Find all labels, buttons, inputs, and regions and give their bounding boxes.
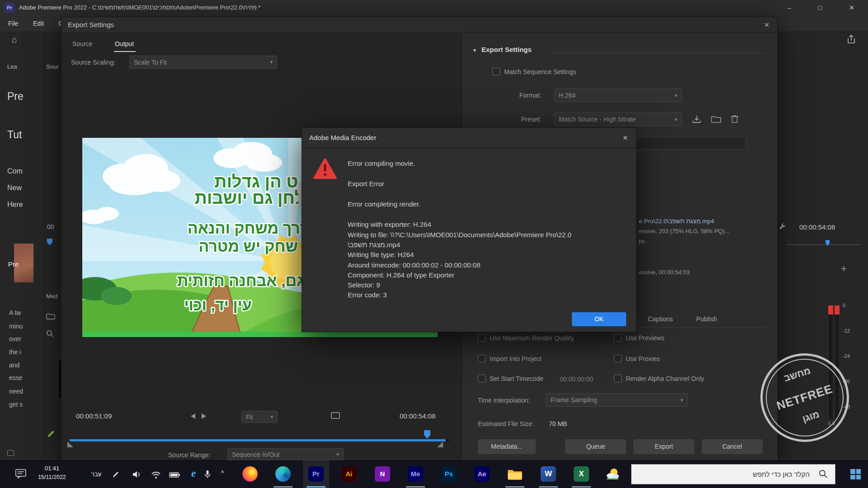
time-interpolation-select[interactable]: Frame Sampling ▾ <box>546 393 688 407</box>
battery-icon[interactable] <box>169 472 180 480</box>
range-handle-left[interactable] <box>67 441 73 447</box>
checkbox-box[interactable] <box>478 375 486 382</box>
tab-media-browser[interactable]: Med <box>46 293 57 300</box>
share-export-icon[interactable] <box>846 34 856 46</box>
panel-icon[interactable] <box>7 450 14 456</box>
checkbox-box[interactable] <box>614 375 622 382</box>
taskbar-word-icon[interactable]: W <box>541 466 556 482</box>
learn-heading: Pre <box>7 90 24 103</box>
fit-select[interactable]: Fit ▾ <box>241 411 278 423</box>
error-detail-line: \מצגת תשפב.mp4 <box>348 241 400 249</box>
taskbar-excel-icon[interactable]: X <box>574 466 589 482</box>
set-start-timecode-checkbox[interactable]: Set Start Timecode <box>478 375 543 382</box>
match-sequence-checkbox[interactable]: Match Sequence Settings <box>492 68 576 75</box>
running-indicator-word <box>539 486 558 488</box>
delete-preset-icon[interactable] <box>731 114 739 125</box>
chevron-down-icon: ▾ <box>675 93 677 99</box>
max-render-quality-checkbox[interactable]: Use Maximum Render Quality <box>478 334 574 342</box>
preset-select[interactable]: Match Source - High bitrate ▾ <box>554 113 682 126</box>
time-interpolation-label: Time Interpolation: <box>478 397 530 404</box>
taskbar-after-effects-icon[interactable]: Ae <box>474 466 490 482</box>
pencil-icon[interactable] <box>47 429 56 440</box>
checkbox-box[interactable] <box>614 355 622 362</box>
cancel-button[interactable]: Cancel <box>702 439 763 454</box>
learn-list-item[interactable]: Com <box>7 167 23 175</box>
import-into-project-checkbox[interactable]: Import Into Project <box>478 355 541 362</box>
estimated-size-label: Estimated File Size: <box>478 420 534 427</box>
checkbox-box[interactable] <box>478 355 486 362</box>
folder-icon[interactable] <box>46 313 55 322</box>
taskbar-search-input[interactable]: הקלד כאן כדי לחפש <box>631 464 835 484</box>
learn-list-item[interactable]: Here <box>7 201 23 209</box>
pen-icon[interactable] <box>112 470 120 480</box>
language-indicator[interactable]: עבר <box>86 460 107 488</box>
queue-button[interactable]: Queue <box>565 439 626 454</box>
dialog-close-icon[interactable]: × <box>617 128 633 148</box>
taskbar-edge-icon[interactable] <box>275 466 291 482</box>
taskbar-firefox-icon[interactable] <box>242 466 258 482</box>
output-summary-fragment: essive, 203 (75% HLG, 58% PQ)... <box>639 228 730 235</box>
start-button[interactable] <box>843 460 868 488</box>
tab-learn[interactable]: Lea <box>7 63 17 70</box>
import-preset-icon[interactable] <box>711 115 721 125</box>
action-center-icon[interactable] <box>15 469 26 481</box>
checkbox-box[interactable] <box>478 334 486 342</box>
format-select[interactable]: H.264 ▾ <box>554 89 682 102</box>
export-button[interactable]: Export <box>633 439 694 454</box>
ok-button[interactable]: OK <box>572 312 626 326</box>
metadata-button[interactable]: Metadata... <box>478 439 536 454</box>
play-in-icon[interactable] <box>191 413 195 419</box>
tab-captions[interactable]: Captions <box>648 315 673 323</box>
taskbar-illustrator-icon[interactable]: Ai <box>341 466 357 482</box>
output-name-fragment[interactable]: e Pro\22.0\מצגת תשפב.mp4 <box>639 218 714 225</box>
tab-source-monitor[interactable]: Sour <box>46 63 58 70</box>
clock-date: 15/11/2022 <box>29 473 75 481</box>
dialog-title: Export Settings <box>68 17 114 33</box>
render-alpha-checkbox[interactable]: Render Alpha Channel Only <box>614 375 704 382</box>
save-preset-icon[interactable] <box>692 115 702 126</box>
start-timecode-value[interactable]: 00:00:00:00 <box>560 375 593 383</box>
tray-expand-icon[interactable]: ^ <box>216 460 229 488</box>
maximize-button[interactable]: □ <box>807 0 833 15</box>
microphone-icon[interactable] <box>204 470 211 481</box>
grass-strip <box>82 332 438 337</box>
scrollbar-thumb[interactable] <box>298 182 302 207</box>
taskbar-clock[interactable]: 01:41 15/11/2022 <box>29 464 75 481</box>
range-handle-right[interactable] <box>437 441 443 447</box>
dialog-close-icon[interactable]: × <box>758 17 776 33</box>
taskbar-media-encoder-icon[interactable]: Me <box>408 466 423 482</box>
learn-paragraph-line: A tw <box>9 309 21 316</box>
speaker-icon[interactable] <box>132 470 141 481</box>
wrench-icon[interactable] <box>778 222 787 232</box>
use-proxies-checkbox[interactable]: Use Proxies <box>614 355 660 362</box>
checkbox-box[interactable] <box>614 334 622 342</box>
search-icon[interactable] <box>46 330 54 339</box>
checkbox-box[interactable] <box>492 68 500 75</box>
internet-explorer-icon[interactable]: e <box>187 460 200 488</box>
taskbar-premiere-icon[interactable]: Pr <box>308 466 324 482</box>
collapse-chevron-icon[interactable]: ▾ <box>473 47 476 53</box>
use-previews-checkbox[interactable]: Use Previews <box>614 334 665 342</box>
widgets-weather-icon[interactable] <box>605 466 620 483</box>
source-range-label: Source Range: <box>168 451 210 459</box>
tab-publish[interactable]: Publish <box>696 315 717 323</box>
taskbar-explorer-icon[interactable] <box>507 468 523 482</box>
wifi-icon[interactable] <box>151 471 161 481</box>
taskbar-onenote-icon[interactable]: N <box>375 466 390 482</box>
preview-display-icon[interactable] <box>331 412 340 419</box>
source-range-select[interactable]: Sequence In/Out ▾ <box>227 448 344 460</box>
home-icon[interactable]: ⌂ <box>12 35 17 45</box>
taskbar-photoshop-icon[interactable]: Ps <box>441 466 457 482</box>
learn-list-item[interactable]: New <box>7 184 22 192</box>
minimize-button[interactable]: – <box>777 0 802 15</box>
close-button[interactable]: × <box>839 0 864 15</box>
timeline-range-bar[interactable] <box>70 439 446 441</box>
plus-icon[interactable]: + <box>841 263 847 275</box>
tab-output[interactable]: Output <box>115 40 134 47</box>
menu-file[interactable]: File <box>2 15 25 32</box>
tab-source[interactable]: Source <box>72 40 92 47</box>
source-scaling-select[interactable]: Scale To Fit ▾ <box>129 56 277 69</box>
menu-edit[interactable]: Edit <box>27 15 50 32</box>
play-out-icon[interactable] <box>202 413 206 419</box>
mini-timeline-ruler[interactable] <box>786 244 861 245</box>
